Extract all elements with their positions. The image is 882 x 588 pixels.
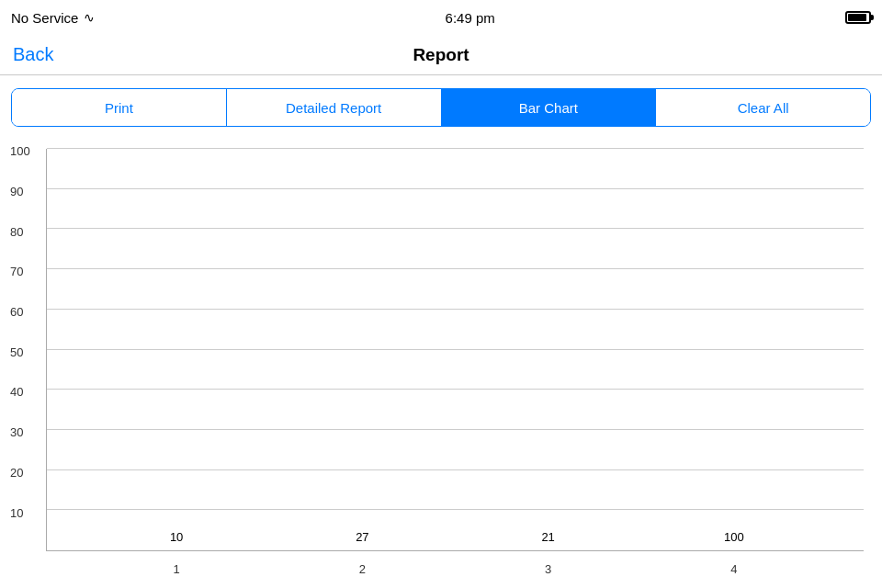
status-bar: No Service ∿ 6:49 pm bbox=[0, 0, 882, 35]
wifi-icon: ∿ bbox=[84, 10, 95, 25]
grid-line bbox=[47, 309, 864, 310]
grid-line bbox=[47, 268, 864, 269]
status-left: No Service ∿ bbox=[11, 10, 95, 26]
tab-bar: Print Detailed Report Bar Chart Clear Al… bbox=[11, 88, 871, 127]
back-button[interactable]: Back bbox=[13, 44, 53, 65]
grid-line bbox=[47, 469, 864, 470]
tab-detailed-report[interactable]: Detailed Report bbox=[227, 89, 442, 126]
bar-value-label: 21 bbox=[541, 530, 554, 544]
y-axis-label: 10 bbox=[10, 505, 23, 519]
y-axis-label: 100 bbox=[10, 144, 30, 158]
status-right bbox=[845, 11, 871, 24]
grid-line bbox=[47, 349, 864, 350]
chart-area: 1012722131004 100908070605040302010 bbox=[46, 149, 864, 551]
no-service-text: No Service bbox=[11, 10, 78, 26]
y-axis-label: 70 bbox=[10, 265, 23, 278]
y-axis-label: 50 bbox=[10, 345, 23, 358]
grid-line bbox=[47, 389, 864, 390]
y-axis-label: 80 bbox=[10, 224, 23, 238]
x-axis-label: 4 bbox=[730, 562, 737, 576]
tab-print[interactable]: Print bbox=[12, 89, 227, 126]
grid-line bbox=[47, 148, 864, 149]
nav-bar: Back Report bbox=[0, 35, 882, 75]
grid-line bbox=[47, 509, 864, 510]
y-axis-label: 60 bbox=[10, 305, 23, 319]
chart-container: 1012722131004 100908070605040302010 bbox=[0, 140, 882, 588]
grid-line bbox=[47, 188, 864, 189]
tab-bar-chart[interactable]: Bar Chart bbox=[442, 89, 657, 126]
status-time: 6:49 pm bbox=[446, 10, 495, 26]
bars-area: 1012722131004 bbox=[47, 149, 864, 550]
y-axis-label: 20 bbox=[10, 465, 23, 479]
y-axis-label: 90 bbox=[10, 184, 23, 198]
tab-clear-all[interactable]: Clear All bbox=[656, 89, 870, 126]
y-axis-label: 30 bbox=[10, 425, 23, 439]
x-axis-label: 1 bbox=[174, 562, 180, 576]
x-axis-label: 3 bbox=[545, 562, 551, 576]
bar-value-label: 100 bbox=[724, 530, 744, 544]
bar-value-label: 10 bbox=[170, 530, 183, 544]
grid-line bbox=[47, 429, 864, 430]
grid-line bbox=[47, 228, 864, 229]
battery-icon bbox=[845, 11, 871, 24]
page-title: Report bbox=[413, 45, 469, 65]
x-axis-label: 2 bbox=[359, 562, 366, 576]
y-axis-label: 40 bbox=[10, 385, 23, 399]
bar-value-label: 27 bbox=[356, 530, 368, 544]
